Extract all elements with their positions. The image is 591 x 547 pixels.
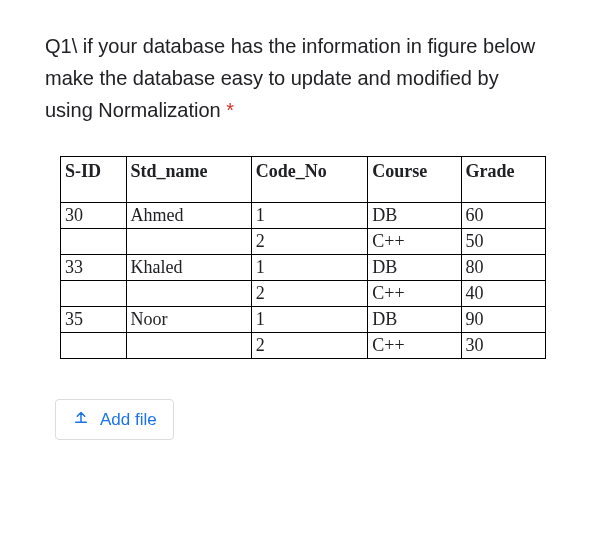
header-codeno: Code_No bbox=[251, 157, 368, 203]
cell-sid: 35 bbox=[61, 307, 127, 333]
cell-name: Ahmed bbox=[126, 203, 251, 229]
table-row: 2 C++ 30 bbox=[61, 333, 546, 359]
cell-name bbox=[126, 229, 251, 255]
required-marker: * bbox=[226, 99, 234, 121]
cell-code: 1 bbox=[251, 255, 368, 281]
data-table-container: S-ID Std_name Code_No Course Grade 30 Ah… bbox=[0, 146, 591, 384]
cell-sid bbox=[61, 229, 127, 255]
table-row: 30 Ahmed 1 DB 60 bbox=[61, 203, 546, 229]
header-stdname: Std_name bbox=[126, 157, 251, 203]
cell-course: DB bbox=[368, 307, 461, 333]
header-grade: Grade bbox=[461, 157, 545, 203]
cell-grade: 40 bbox=[461, 281, 545, 307]
cell-name bbox=[126, 333, 251, 359]
cell-sid: 30 bbox=[61, 203, 127, 229]
cell-code: 1 bbox=[251, 203, 368, 229]
cell-course: C++ bbox=[368, 281, 461, 307]
table-row: 2 C++ 50 bbox=[61, 229, 546, 255]
header-sid: S-ID bbox=[61, 157, 127, 203]
cell-name bbox=[126, 281, 251, 307]
table-row: 35 Noor 1 DB 90 bbox=[61, 307, 546, 333]
cell-sid: 33 bbox=[61, 255, 127, 281]
table-row: 2 C++ 40 bbox=[61, 281, 546, 307]
cell-grade: 90 bbox=[461, 307, 545, 333]
question-text: Q1\ if your database has the information… bbox=[0, 0, 591, 146]
cell-course: DB bbox=[368, 255, 461, 281]
table-row: 33 Khaled 1 DB 80 bbox=[61, 255, 546, 281]
cell-course: DB bbox=[368, 203, 461, 229]
question-body: Q1\ if your database has the information… bbox=[45, 35, 535, 121]
cell-sid bbox=[61, 333, 127, 359]
cell-course: C++ bbox=[368, 229, 461, 255]
cell-name: Khaled bbox=[126, 255, 251, 281]
cell-grade: 50 bbox=[461, 229, 545, 255]
data-table: S-ID Std_name Code_No Course Grade 30 Ah… bbox=[60, 156, 546, 359]
cell-code: 2 bbox=[251, 333, 368, 359]
add-file-button[interactable]: Add file bbox=[55, 399, 174, 440]
cell-course: C++ bbox=[368, 333, 461, 359]
add-file-label: Add file bbox=[100, 410, 157, 430]
cell-code: 2 bbox=[251, 229, 368, 255]
cell-sid bbox=[61, 281, 127, 307]
upload-icon bbox=[72, 408, 90, 431]
cell-grade: 30 bbox=[461, 333, 545, 359]
table-header-row: S-ID Std_name Code_No Course Grade bbox=[61, 157, 546, 203]
cell-grade: 80 bbox=[461, 255, 545, 281]
cell-code: 2 bbox=[251, 281, 368, 307]
header-course: Course bbox=[368, 157, 461, 203]
cell-grade: 60 bbox=[461, 203, 545, 229]
cell-name: Noor bbox=[126, 307, 251, 333]
cell-code: 1 bbox=[251, 307, 368, 333]
